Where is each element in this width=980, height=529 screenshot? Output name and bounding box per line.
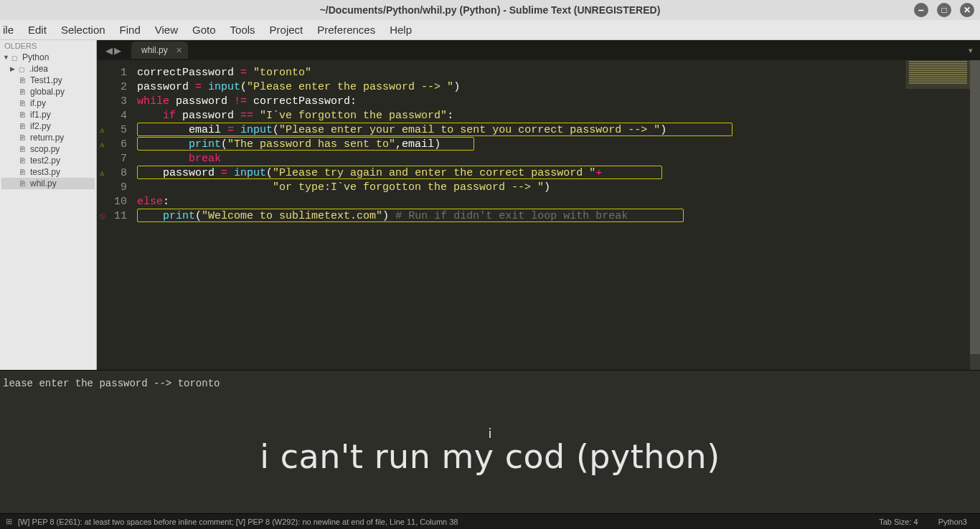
window-controls: ‒ □ ✕ [914, 3, 974, 17]
file-icon [19, 156, 27, 166]
minimap[interactable] [905, 60, 970, 89]
file-label: if1.py [30, 110, 51, 120]
code-line[interactable]: if password == "I`ve forgotton the passw… [137, 109, 980, 123]
sidebar-header: OLDERS [0, 40, 96, 52]
file-icon [19, 121, 27, 131]
tab-dropdown-icon[interactable]: ▾ [969, 46, 973, 55]
syntax-lang[interactable]: Python3 [931, 518, 974, 526]
file-tree: ▼Python▶.ideaTest1.pyglobal.pyif.pyif1.p… [0, 52, 96, 189]
chevron-down-icon: ▼ [3, 54, 9, 61]
file-label: test3.py [30, 167, 60, 177]
line-number: 5 [97, 123, 127, 138]
nav-back-icon[interactable]: ◀ [105, 45, 113, 56]
status-icon: ⊞ [6, 517, 12, 526]
code-line[interactable]: password = input("Please enter the passw… [137, 80, 980, 95]
code-line[interactable]: password = input("Please try again and e… [137, 166, 980, 181]
folder-label: Python [22, 52, 49, 62]
line-number: 11 [97, 209, 127, 224]
menu-selection[interactable]: Selection [54, 21, 113, 39]
code-line[interactable]: break [137, 152, 980, 166]
menu-tools[interactable]: Tools [223, 21, 263, 39]
menu-find[interactable]: Find [113, 21, 148, 39]
overlay-caption: i i can't run my cod (python) [260, 427, 720, 473]
file-item[interactable]: whil.py [1, 178, 95, 189]
file-icon [19, 144, 27, 154]
line-number: 3 [97, 95, 127, 109]
folder-item[interactable]: ▶.idea [1, 63, 95, 75]
line-number: 8 [97, 166, 127, 181]
file-item[interactable]: Test1.py [1, 75, 95, 86]
folder-icon [19, 64, 27, 74]
console-output: lease enter the password --> toronto [3, 378, 977, 389]
file-item[interactable]: if2.py [1, 120, 95, 132]
console-panel[interactable]: lease enter the password --> toronto i i… [0, 370, 980, 513]
tab-size[interactable]: Tab Size: 4 [872, 518, 925, 526]
folder-icon [11, 52, 19, 62]
file-label: if2.py [30, 121, 51, 131]
tabbar: ◀▶ whil.py ✕ ▾ [97, 40, 980, 60]
close-button[interactable]: ✕ [960, 3, 974, 17]
gutter: 1234567891011 [97, 60, 131, 370]
line-number: 7 [97, 152, 127, 166]
folder-root[interactable]: ▼Python [1, 52, 95, 63]
line-number: 1 [97, 66, 127, 80]
menu-goto[interactable]: Goto [185, 21, 223, 39]
file-item[interactable]: scop.py [1, 143, 95, 155]
file-label: scop.py [30, 144, 60, 154]
status-message: [W] PEP 8 (E261): at least two spaces be… [18, 518, 458, 526]
line-number: 2 [97, 80, 127, 95]
file-icon [19, 133, 27, 143]
code-content[interactable]: correctPassword = "toronto"password = in… [131, 60, 980, 370]
file-item[interactable]: global.py [1, 86, 95, 97]
file-item[interactable]: return.py [1, 132, 95, 143]
code-line[interactable]: print("The password has sent to",email) [137, 138, 980, 152]
minimize-button[interactable]: ‒ [914, 3, 928, 17]
file-item[interactable]: test2.py [1, 155, 95, 166]
tab-nav-arrows[interactable]: ◀▶ [101, 45, 126, 56]
maximize-button[interactable]: □ [937, 3, 951, 17]
menubar: ileEditSelectionFindViewGotoToolsProject… [0, 20, 980, 40]
file-item[interactable]: test3.py [1, 166, 95, 178]
tab-whil-py[interactable]: whil.py ✕ [131, 42, 188, 59]
code-line[interactable]: print("Welcome to sublimetext.com") # Ru… [137, 209, 980, 224]
code-line[interactable]: email = input("Please enter your email t… [137, 123, 980, 138]
code-line[interactable]: else: [137, 195, 980, 209]
overlay-big: i can't run my cod (python) [260, 440, 720, 473]
file-label: Test1.py [30, 75, 62, 85]
scrollbar-thumb[interactable] [970, 60, 980, 354]
nav-fwd-icon[interactable]: ▶ [114, 45, 121, 56]
folder-label: .idea [29, 64, 48, 74]
file-icon [19, 98, 27, 108]
file-item[interactable]: if.py [1, 97, 95, 109]
titlebar: ~/Documents/Python/whil.py (Python) - Su… [0, 0, 980, 20]
scrollbar[interactable] [970, 60, 980, 370]
menu-project[interactable]: Project [263, 21, 311, 39]
file-label: global.py [30, 87, 65, 97]
menu-edit[interactable]: Edit [21, 21, 54, 39]
code-line[interactable]: while password != correctPassword: [137, 95, 980, 109]
tab-close-icon[interactable]: ✕ [176, 46, 182, 55]
menu-view[interactable]: View [148, 21, 185, 39]
main-area: OLDERS ▼Python▶.ideaTest1.pyglobal.pyif.… [0, 40, 980, 370]
file-icon [19, 178, 27, 189]
window-title: ~/Documents/Python/whil.py (Python) - Su… [320, 4, 661, 16]
file-icon [19, 87, 27, 97]
menu-help[interactable]: Help [382, 21, 419, 39]
menu-ile[interactable]: ile [3, 21, 21, 39]
editor-area: ◀▶ whil.py ✕ ▾ 1234567891011 correctPass… [97, 40, 980, 370]
line-number: 6 [97, 138, 127, 152]
statusbar: ⊞ [W] PEP 8 (E261): at least two spaces … [0, 513, 980, 529]
code-line[interactable]: correctPassword = "toronto" [137, 66, 980, 80]
chevron-right-icon: ▶ [10, 65, 16, 72]
tab-label: whil.py [141, 45, 168, 55]
file-label: whil.py [30, 178, 57, 189]
file-icon [19, 75, 27, 85]
file-label: if.py [30, 98, 46, 108]
code-line[interactable]: "or type:I`ve forgotton the password -->… [137, 181, 980, 195]
sidebar: OLDERS ▼Python▶.ideaTest1.pyglobal.pyif.… [0, 40, 97, 370]
menu-preferences[interactable]: Preferences [310, 21, 382, 39]
line-number: 9 [97, 181, 127, 195]
code-editor[interactable]: 1234567891011 correctPassword = "toronto… [97, 60, 980, 370]
file-icon [19, 110, 27, 120]
file-item[interactable]: if1.py [1, 109, 95, 120]
